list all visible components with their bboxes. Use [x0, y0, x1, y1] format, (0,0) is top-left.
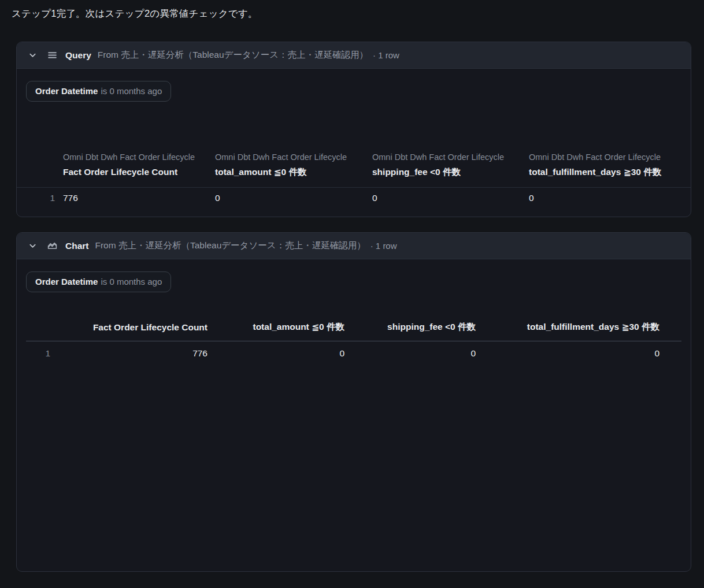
chart-icon[interactable]	[47, 241, 57, 251]
header-spacer	[659, 321, 681, 341]
filter-field-label: Order Datetime	[35, 86, 98, 96]
column-header[interactable]: total_fulfillment_days ≧30 件数	[476, 321, 659, 341]
query-panel-title: Query	[65, 50, 91, 61]
query-panel-header[interactable]: Query From 売上・遅延分析（Tableauデータソース：売上・遅延確認…	[17, 42, 691, 69]
row-number: 1	[26, 341, 61, 366]
column-measure-label: Fact Order Lifecycle Count	[63, 165, 206, 179]
query-panel: Query From 売上・遅延分析（Tableauデータソース：売上・遅延確認…	[16, 42, 691, 217]
chart-panel-body: Order Datetime is 0 months ago Fact Orde…	[17, 259, 691, 365]
column-group-label: Omni Dbt Dwh Fact Order Lifecycle	[529, 150, 681, 165]
column-measure-label: shipping_fee <0 件数	[372, 165, 520, 179]
chart-panel-subtitle: From 売上・遅延分析（Tableauデータソース：売上・遅延確認用）	[95, 240, 365, 252]
chart-table-header-row: Fact Order Lifecycle Count total_amount …	[26, 321, 681, 341]
chart-row-count: · 1 row	[370, 241, 397, 251]
chart-panel: Chart From 売上・遅延分析（Tableauデータソース：売上・遅延確認…	[16, 232, 691, 572]
filter-field-label: Order Datetime	[35, 277, 98, 286]
row-number-header	[17, 102, 63, 187]
table-cell: 776	[61, 341, 208, 366]
column-header[interactable]: shipping_fee <0 件数	[344, 321, 476, 341]
filter-pill-order-datetime[interactable]: Order Datetime is 0 months ago	[26, 81, 171, 102]
query-result-table: Omni Dbt Dwh Fact Order Lifecycle Fact O…	[17, 102, 691, 210]
column-header[interactable]: total_amount ≦0 件数	[208, 321, 344, 341]
chart-result-table: Fact Order Lifecycle Count total_amount …	[26, 321, 681, 365]
table-cell: 776	[63, 187, 215, 210]
column-group-label: Omni Dbt Dwh Fact Order Lifecycle	[63, 150, 206, 165]
query-table-header-row: Omni Dbt Dwh Fact Order Lifecycle Fact O…	[17, 102, 691, 187]
table-cell: 0	[476, 341, 659, 366]
cell-spacer	[659, 341, 681, 366]
query-row-count: · 1 row	[373, 50, 399, 60]
table-cell: 0	[208, 341, 344, 366]
chevron-down-icon[interactable]	[27, 241, 38, 251]
column-header[interactable]: Fact Order Lifecycle Count	[61, 321, 208, 341]
column-header[interactable]: Omni Dbt Dwh Fact Order Lifecycle total_…	[215, 102, 372, 187]
assistant-message: ステップ1完了。次はステップ2の異常値チェックです。	[12, 8, 258, 20]
filter-condition-label: is 0 months ago	[101, 86, 162, 96]
column-header[interactable]: Omni Dbt Dwh Fact Order Lifecycle shippi…	[372, 102, 529, 187]
table-row: 1 776 0 0 0	[17, 187, 691, 210]
table-cell: 0	[372, 187, 529, 210]
column-measure-label: total_fulfillment_days ≧30 件数	[529, 165, 681, 179]
column-header[interactable]: Omni Dbt Dwh Fact Order Lifecycle total_…	[529, 102, 691, 187]
chevron-down-icon[interactable]	[27, 50, 38, 61]
query-panel-body: Order Datetime is 0 months ago Omni Dbt …	[17, 69, 691, 210]
query-panel-subtitle: From 売上・遅延分析（Tableauデータソース：売上・遅延確認用）	[98, 49, 368, 61]
query-table-icon[interactable]	[47, 50, 57, 61]
chart-panel-title: Chart	[65, 241, 88, 251]
chart-panel-header[interactable]: Chart From 売上・遅延分析（Tableauデータソース：売上・遅延確認…	[17, 233, 691, 259]
filter-pill-order-datetime[interactable]: Order Datetime is 0 months ago	[26, 271, 171, 292]
filter-condition-label: is 0 months ago	[101, 277, 162, 286]
column-group-label: Omni Dbt Dwh Fact Order Lifecycle	[215, 150, 363, 165]
column-measure-label: total_amount ≦0 件数	[215, 165, 363, 179]
table-cell: 0	[344, 341, 476, 366]
table-cell: 0	[215, 187, 372, 210]
row-number-header	[26, 321, 61, 341]
row-number: 1	[17, 187, 63, 210]
table-cell: 0	[529, 187, 691, 210]
column-group-label: Omni Dbt Dwh Fact Order Lifecycle	[372, 150, 520, 165]
column-header[interactable]: Omni Dbt Dwh Fact Order Lifecycle Fact O…	[63, 102, 215, 187]
table-row: 1 776 0 0 0	[26, 341, 681, 366]
